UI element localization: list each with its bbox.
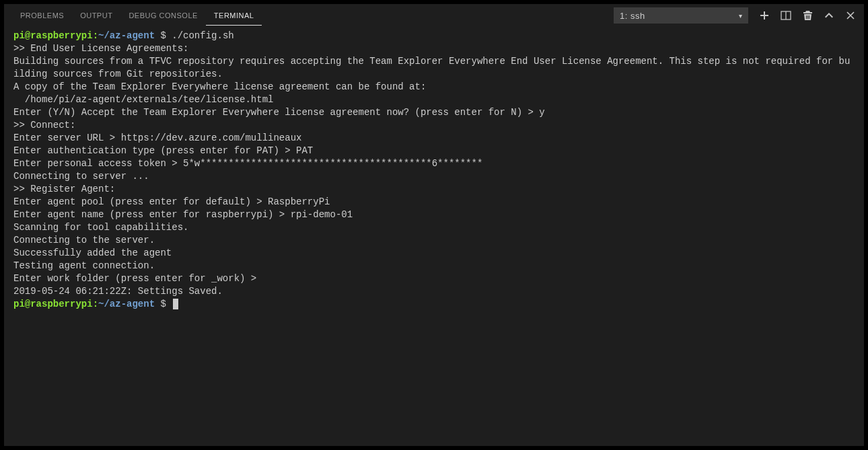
- panel-tab-bar: PROBLEMS OUTPUT DEBUG CONSOLE TERMINAL 1…: [4, 4, 864, 27]
- terminal-output[interactable]: pi@raspberrypi:~/az-agent $ ./config.sh>…: [4, 27, 864, 446]
- eula-accept-prompt: Enter (Y/N) Accept the Team Explorer Eve…: [13, 106, 855, 119]
- prompt-user-host: pi@raspberrypi: [13, 30, 93, 41]
- chevron-down-icon: ▾: [739, 12, 743, 20]
- eula-header: >> End User License Agreements:: [13, 42, 855, 55]
- terminal-toolbar: [759, 10, 856, 21]
- new-terminal-icon[interactable]: [759, 10, 770, 21]
- split-terminal-icon[interactable]: [781, 10, 791, 21]
- pat-line: Enter personal access token > 5*w*******…: [13, 157, 855, 170]
- work-folder-line: Enter work folder (press enter for _work…: [13, 272, 855, 285]
- entered-command: ./config.sh: [172, 30, 233, 41]
- close-panel-icon[interactable]: [845, 10, 856, 21]
- tab-output[interactable]: OUTPUT: [72, 6, 120, 25]
- tab-debug-console[interactable]: DEBUG CONSOLE: [120, 6, 205, 25]
- eula-body: Building sources from a TFVC repository …: [13, 55, 855, 81]
- terminal-panel: PROBLEMS OUTPUT DEBUG CONSOLE TERMINAL 1…: [4, 4, 864, 446]
- terminal-selector-value: 1: ssh: [620, 11, 645, 21]
- tab-terminal[interactable]: TERMINAL: [206, 6, 262, 26]
- tab-problems[interactable]: PROBLEMS: [12, 6, 72, 25]
- prompt-path: ~/az-agent: [98, 30, 155, 41]
- register-agent-header: >> Register Agent:: [13, 183, 855, 196]
- auth-type-line: Enter authentication type (press enter f…: [13, 145, 855, 157]
- settings-saved-line: 2019-05-24 06:21:22Z: Settings Saved.: [13, 285, 855, 298]
- agent-name-line: Enter agent name (press enter for raspbe…: [13, 209, 855, 221]
- kill-terminal-icon[interactable]: [802, 10, 813, 21]
- license-path: /home/pi/az-agent/externals/tee/license.…: [13, 93, 855, 106]
- terminal-selector-dropdown[interactable]: 1: ssh ▾: [614, 7, 748, 24]
- connect-header: >> Connect:: [13, 119, 855, 132]
- agent-pool-line: Enter agent pool (press enter for defaul…: [13, 196, 855, 209]
- terminal-cursor: [173, 299, 178, 309]
- maximize-panel-icon[interactable]: [824, 10, 834, 21]
- server-url-line: Enter server URL > https://dev.azure.com…: [13, 132, 855, 145]
